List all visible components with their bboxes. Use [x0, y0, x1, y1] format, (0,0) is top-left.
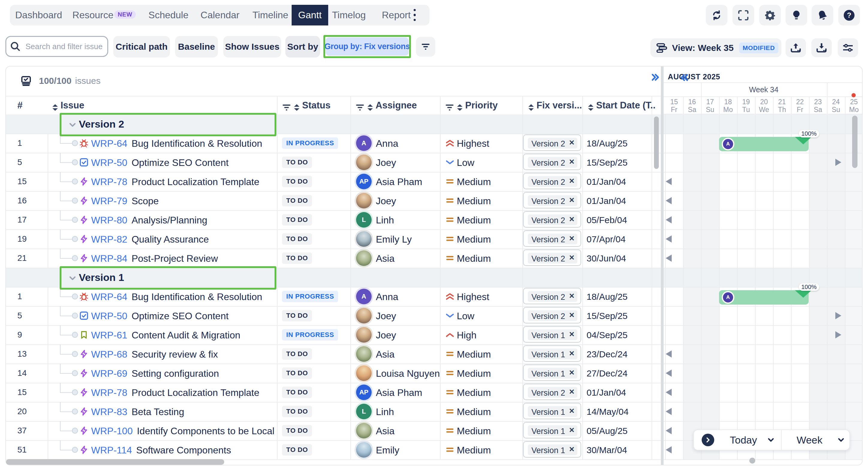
svg-text:?: ?	[847, 11, 851, 19]
